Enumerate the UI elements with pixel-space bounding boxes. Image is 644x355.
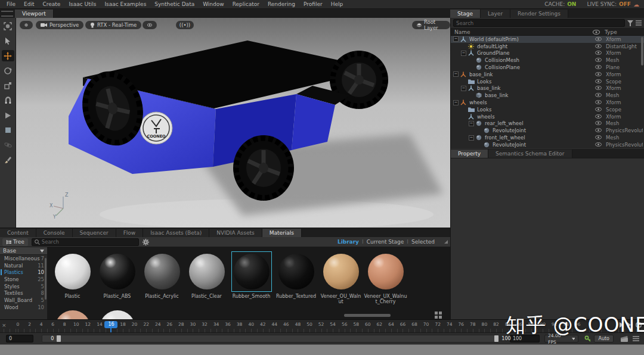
prim-name[interactable]: CollisionMesh — [485, 57, 595, 63]
stage-row-revolutejoint[interactable]: RevoluteJointPhysicsRevolute. — [451, 141, 644, 148]
prim-name[interactable]: wheels — [477, 114, 595, 120]
snap-tool-icon[interactable] — [2, 95, 14, 106]
prim-name[interactable]: GroundPlane — [477, 50, 595, 56]
tab-flow[interactable]: Flow — [116, 229, 144, 237]
prim-name[interactable]: World (defaultPrim) — [469, 36, 595, 42]
visibility-eye-icon[interactable] — [595, 114, 606, 120]
type-column-header[interactable]: Type — [605, 29, 640, 35]
physics-tool-icon[interactable] — [2, 139, 14, 151]
tab-console[interactable]: Console — [36, 229, 73, 237]
stage-search[interactable] — [453, 19, 625, 27]
visibility-eye-icon[interactable] — [595, 135, 606, 141]
expander-icon[interactable]: − — [469, 121, 474, 126]
expander-icon[interactable]: − — [461, 51, 466, 56]
scale-tool-icon[interactable] — [2, 80, 14, 91]
rotate-tool-icon[interactable] — [2, 65, 14, 76]
start-frame-field[interactable]: 0 — [6, 335, 33, 342]
menu-item-file[interactable]: File — [2, 0, 20, 9]
viewport-3d[interactable]: COONEO — [16, 18, 450, 228]
expander-icon[interactable]: − — [453, 71, 459, 77]
visibility-eye-icon[interactable] — [595, 64, 606, 70]
category-group-header[interactable]: Base — [0, 247, 47, 255]
stage-row-wheels[interactable]: wheelsXform — [451, 113, 644, 120]
prim-name[interactable]: base_link — [485, 92, 595, 98]
category-styles[interactable]: Styles5 — [0, 283, 47, 290]
tab-property[interactable]: Property — [451, 150, 488, 158]
prim-name[interactable]: RevoluteJoint — [493, 127, 595, 133]
material-veneer-ux-walnut-cherry[interactable]: Veneer_UX_Walnut_Cherry — [363, 249, 408, 304]
menu-item-rendering[interactable]: Rendering — [264, 0, 299, 9]
prim-name[interactable]: defaultLight — [477, 43, 595, 49]
select-arrow-tool-icon[interactable] — [2, 35, 14, 46]
waypoint-button[interactable]: ((•)) — [176, 21, 194, 29]
stop-tool-icon[interactable] — [2, 124, 14, 136]
prim-name[interactable]: wheels — [469, 99, 595, 105]
tab-content[interactable]: Content — [0, 229, 36, 237]
visibility-eye-icon[interactable] — [595, 50, 606, 56]
stage-tree-scrollbar[interactable] — [641, 37, 643, 66]
visibility-eye-icon[interactable] — [595, 43, 606, 49]
material-veneer-ou-walnut[interactable]: Veneer_OU_Walnut — [318, 249, 363, 304]
tab-semantics-schema-editor[interactable]: Semantics Schema Editor — [488, 150, 572, 158]
tab-render-settings[interactable]: Render Settings — [510, 10, 568, 18]
prim-name[interactable]: CollisionPlane — [485, 64, 595, 70]
menu-item-help[interactable]: Help — [327, 0, 348, 9]
expander-icon[interactable]: − — [453, 36, 459, 42]
move-tool-icon[interactable] — [2, 50, 14, 61]
visibility-eye-icon[interactable] — [595, 85, 606, 91]
prim-name[interactable]: base_link — [477, 85, 595, 91]
resize-grip-icon[interactable] — [444, 240, 448, 244]
category-wood[interactable]: Wood10 — [0, 304, 47, 311]
tab-nvidia-assets[interactable]: NVIDIA Assets — [209, 229, 262, 237]
stage-row-collisionplane[interactable]: CollisionPlanePlane — [451, 64, 644, 71]
stage-row-base-link[interactable]: −base_linkXform — [451, 71, 644, 78]
root-layer-button[interactable]: Root Layer — [412, 21, 450, 29]
stage-row-collisionmesh[interactable]: CollisionMeshMesh — [451, 57, 644, 64]
stage-row-front-left-wheel[interactable]: −front_left_wheelMesh — [451, 134, 644, 141]
stage-row-looks[interactable]: LooksScope — [451, 106, 644, 113]
menu-item-create[interactable]: Create — [39, 0, 65, 9]
material-plastic-acrylic[interactable]: Plastic_Acrylic — [140, 249, 184, 304]
tree-toggle-button[interactable]: Tree — [2, 238, 28, 246]
stage-row-base-link[interactable]: −base_linkXform — [451, 85, 644, 92]
visibility-eye-icon[interactable] — [595, 92, 606, 98]
drag-grip-icon[interactable] — [1, 11, 13, 17]
visibility-eye-icon[interactable] — [595, 107, 606, 113]
prim-name[interactable]: Looks — [477, 107, 595, 113]
menu-item-synthetic-data[interactable]: Synthetic Data — [150, 0, 199, 9]
materials-hscrollbar[interactable] — [344, 314, 391, 317]
prim-name[interactable]: RevoluteJoint — [493, 142, 595, 148]
viewport-settings-button[interactable] — [20, 21, 33, 29]
expander-icon[interactable]: − — [461, 86, 466, 91]
prim-name[interactable]: front_left_wheel — [485, 135, 595, 141]
material-partial[interactable] — [95, 306, 140, 320]
tab-materials[interactable]: Materials — [262, 229, 302, 237]
material-plastic-abs[interactable]: Plastic_ABS — [95, 249, 140, 304]
stage-row-defaultlight[interactable]: defaultLightDistantLight — [451, 43, 644, 50]
play-tool-icon[interactable] — [2, 110, 14, 121]
material-plastic[interactable]: Plastic — [50, 249, 95, 304]
options-menu-icon[interactable] — [636, 20, 642, 26]
grid-view-icon[interactable] — [435, 312, 442, 319]
visibility-eye-icon[interactable] — [595, 36, 606, 42]
stage-search-input[interactable] — [456, 20, 622, 26]
timeline-close-icon[interactable]: × — [2, 322, 7, 328]
view-mode-selected[interactable]: Selected — [411, 239, 435, 245]
category-scrollbar[interactable] — [45, 258, 47, 300]
filter-icon[interactable] — [627, 20, 633, 26]
stage-row-revolutejoint[interactable]: RevoluteJointPhysicsRevolute. — [451, 127, 644, 134]
category-textiles[interactable]: Textiles8 — [0, 289, 47, 297]
category-stone[interactable]: Stone25 — [0, 276, 47, 283]
material-rubber-smooth[interactable]: Rubber_Smooth — [229, 249, 274, 304]
menu-item-profiler[interactable]: Profiler — [299, 0, 327, 9]
stage-row-looks[interactable]: LooksScope — [451, 78, 644, 85]
menu-item-isaac-utils[interactable]: Isaac Utils — [64, 0, 100, 9]
frame-select-tool-icon[interactable] — [2, 20, 14, 32]
expander-icon[interactable]: − — [453, 100, 459, 105]
menu-item-edit[interactable]: Edit — [20, 0, 38, 9]
range-start-handle[interactable] — [57, 335, 61, 342]
visibility-button[interactable] — [143, 21, 157, 29]
name-column-header[interactable]: Name — [454, 29, 593, 35]
camera-selector-button[interactable]: Perspective — [36, 21, 83, 29]
stage-row-groundplane[interactable]: −GroundPlaneXform — [451, 50, 644, 57]
